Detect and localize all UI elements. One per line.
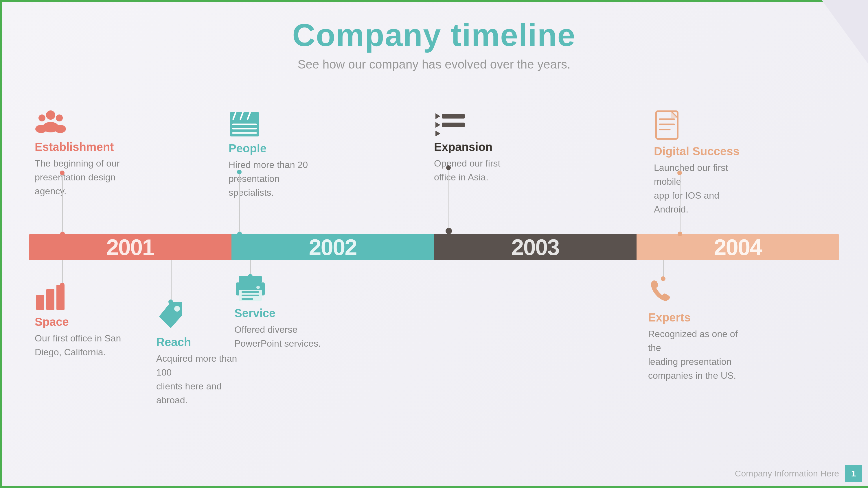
svg-point-5 xyxy=(54,125,66,133)
dot-digital-top xyxy=(678,232,682,236)
svg-rect-15 xyxy=(442,114,465,119)
slide: Company timeline See how our company has… xyxy=(0,0,868,488)
space-title: Space xyxy=(35,316,121,328)
below-item-space: Space Our first office in San Diego, Cal… xyxy=(35,283,121,359)
svg-point-35 xyxy=(256,286,260,289)
experts-desc: Recognized as one of the leading present… xyxy=(648,327,746,383)
bar-2002: 2002 xyxy=(231,234,434,260)
svg-rect-25 xyxy=(46,289,54,310)
svg-rect-32 xyxy=(242,291,259,293)
chart-bar-icon xyxy=(35,283,121,311)
dot-experts-bottom xyxy=(661,276,665,281)
svg-marker-16 xyxy=(435,122,440,128)
dot-service-bottom xyxy=(248,274,253,279)
people-desc: Hired more than 20 presentation speciali… xyxy=(228,158,327,199)
svg-rect-17 xyxy=(442,123,465,127)
bottom-border xyxy=(0,486,868,488)
dot-expansion-icon xyxy=(446,165,451,170)
above-item-establishment: Establishment The beginning of our prese… xyxy=(35,110,133,198)
svg-marker-14 xyxy=(435,113,440,119)
svg-rect-33 xyxy=(242,295,259,296)
below-item-experts: Experts Recognized as one of the leading… xyxy=(648,278,746,383)
timeline-bar: 2001 2002 2003 2004 xyxy=(29,234,839,260)
digital-success-title: Digital Success xyxy=(654,145,752,158)
above-item-expansion: Expansion Opened our first office in Asi… xyxy=(434,110,500,184)
phone-icon xyxy=(648,278,746,306)
experts-title: Experts xyxy=(648,311,746,324)
dot-digital-icon xyxy=(677,170,682,175)
people-icon xyxy=(35,110,133,136)
document-icon xyxy=(654,110,752,140)
main-title: Company timeline xyxy=(292,18,576,52)
above-item-digital-success: Digital Success Launched our first mobil… xyxy=(654,110,752,216)
dot-space-bottom xyxy=(60,283,64,287)
establishment-desc: The beginning of our presentation design… xyxy=(35,156,133,198)
line-reach-below xyxy=(171,260,172,303)
bar-2001: 2001 xyxy=(29,234,231,260)
dot-expansion-top xyxy=(445,228,452,234)
people-title: People xyxy=(228,142,327,155)
svg-point-2 xyxy=(56,115,63,122)
below-item-service: Service Offered diverse PowerPoint servi… xyxy=(235,274,321,350)
bar-2003: 2003 xyxy=(434,234,637,260)
reach-desc: Acquired more than 100 clients here and … xyxy=(156,352,255,407)
dot-people-top xyxy=(237,232,242,236)
line-space-below xyxy=(62,260,63,286)
right-decoration xyxy=(822,0,868,64)
clapperboard-icon xyxy=(228,110,327,137)
dot-establishment-icon xyxy=(60,170,64,175)
page-number: 1 xyxy=(845,465,862,482)
establishment-title: Establishment xyxy=(35,140,133,154)
top-border xyxy=(0,0,868,2)
svg-marker-18 xyxy=(435,131,440,136)
dot-people-icon xyxy=(237,170,242,174)
svg-point-27 xyxy=(174,306,180,312)
printer-icon xyxy=(235,274,321,302)
digital-success-desc: Launched our first mobile app for IOS an… xyxy=(654,161,752,216)
svg-rect-24 xyxy=(36,295,44,310)
line-establishment-above xyxy=(62,173,63,232)
footer: Company Information Here 1 xyxy=(735,465,862,482)
dot-reach-bottom xyxy=(168,299,173,304)
left-border xyxy=(0,0,2,488)
list-icon xyxy=(434,110,500,136)
service-title: Service xyxy=(235,307,321,320)
subtitle: See how our company has evolved over the… xyxy=(292,58,576,71)
expansion-desc: Opened our first office in Asia. xyxy=(434,156,500,184)
bar-2004: 2004 xyxy=(637,234,839,260)
svg-point-0 xyxy=(46,110,55,120)
footer-text: Company Information Here xyxy=(735,468,839,479)
line-digital-above xyxy=(680,173,681,232)
line-expansion-above xyxy=(448,168,450,228)
above-item-people: People Hired more than 20 presentation s… xyxy=(228,110,327,199)
dot-establishment-top xyxy=(60,232,65,236)
timeline-area: Establishment The beginning of our prese… xyxy=(18,110,850,453)
header: Company timeline See how our company has… xyxy=(292,18,576,71)
expansion-title: Expansion xyxy=(434,140,500,154)
svg-rect-26 xyxy=(56,285,64,310)
svg-point-1 xyxy=(38,115,45,122)
line-people-above xyxy=(239,172,240,232)
svg-point-4 xyxy=(35,125,47,133)
svg-rect-6 xyxy=(230,119,259,136)
space-desc: Our first office in San Diego, Californi… xyxy=(35,331,121,359)
service-desc: Offered diverse PowerPoint services. xyxy=(235,323,321,350)
svg-rect-34 xyxy=(242,298,253,300)
